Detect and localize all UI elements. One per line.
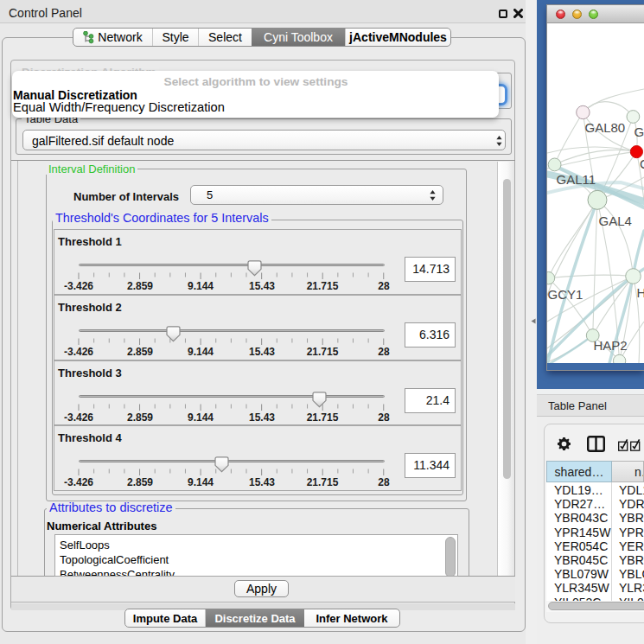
svg-text:GAL80: GAL80 bbox=[585, 120, 626, 135]
svg-text:GAL4: GAL4 bbox=[599, 214, 632, 228]
svg-text:G…: G… bbox=[634, 124, 644, 139]
svg-text:GAL11: GAL11 bbox=[557, 172, 596, 187]
svg-text:HAP2: HAP2 bbox=[594, 338, 628, 353]
svg-text:C: C bbox=[640, 156, 644, 171]
svg-text:H: H bbox=[637, 285, 644, 300]
svg-text:GCY1: GCY1 bbox=[548, 287, 583, 302]
